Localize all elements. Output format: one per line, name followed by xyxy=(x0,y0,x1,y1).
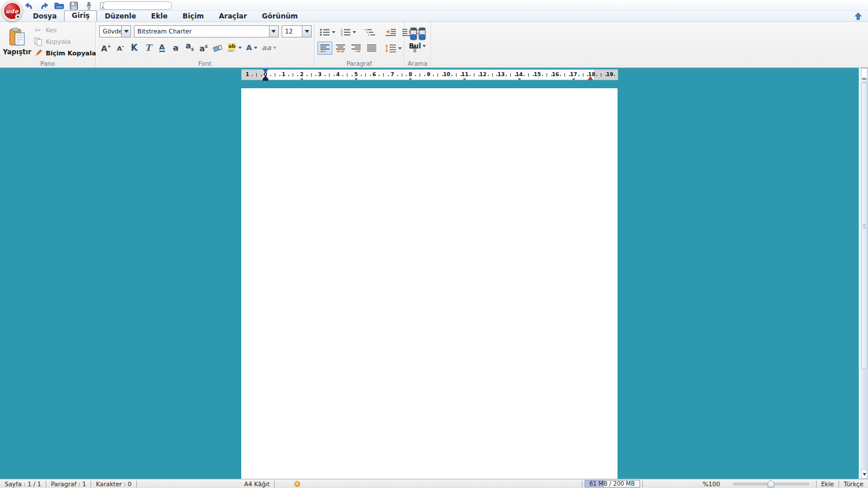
chevron-down-icon[interactable] xyxy=(353,31,356,33)
ruler-number: 14 xyxy=(515,72,523,77)
bullet-list-button[interactable] xyxy=(317,25,338,39)
line-spacing-button[interactable] xyxy=(383,42,404,55)
speech-button[interactable] xyxy=(83,1,95,10)
floppy-disk-icon xyxy=(70,2,78,10)
align-center-button[interactable] xyxy=(333,42,348,55)
chevron-down-icon[interactable] xyxy=(273,47,276,49)
status-paragraph-count[interactable]: Paragraf : 1 xyxy=(46,481,91,487)
shrink-font-button[interactable]: A- xyxy=(114,41,127,54)
change-case-button[interactable]: aa xyxy=(260,41,278,54)
bold-button[interactable]: K xyxy=(128,41,141,54)
ruler-pipe xyxy=(547,73,547,77)
ruler-toggle-button[interactable] xyxy=(861,68,867,81)
search-box xyxy=(103,1,172,10)
tab-dosya[interactable]: Dosya xyxy=(25,12,64,21)
microphone-icon xyxy=(86,2,92,10)
ruler-dot xyxy=(614,75,615,76)
collapse-ribbon-button[interactable] xyxy=(854,12,863,21)
cut-button[interactable]: ✂ Kes xyxy=(32,25,97,35)
chevron-down-icon[interactable] xyxy=(238,47,242,49)
ruler-pipe xyxy=(456,73,457,77)
font-size-combo[interactable]: 12 xyxy=(282,25,312,37)
tab-gorunum[interactable]: Görünüm xyxy=(255,12,305,21)
underline-button[interactable]: A xyxy=(156,41,169,54)
tab-duzenle[interactable]: Düzenle xyxy=(97,12,143,21)
app-logo-button[interactable]: ude xyxy=(2,1,23,21)
first-line-indent-marker[interactable] xyxy=(263,69,268,73)
ruler-toggle-icon xyxy=(862,77,867,80)
horizontal-ruler[interactable]: 1012345678910111213141516171819 xyxy=(241,69,618,80)
ruler-dot xyxy=(397,75,398,76)
font-family-value: Bitstream Charter xyxy=(134,26,269,37)
search-input[interactable] xyxy=(103,2,182,9)
language-indicator[interactable]: Türkçe xyxy=(839,481,868,487)
right-indent-marker[interactable] xyxy=(588,76,593,80)
font-color-button[interactable]: A xyxy=(245,41,259,54)
style-dropdown-button[interactable] xyxy=(121,26,130,37)
ribbon-group-arama: Bul Arama xyxy=(405,22,431,67)
justify-icon xyxy=(366,44,377,53)
highlight-button[interactable]: ab xyxy=(226,41,244,54)
document-page[interactable] xyxy=(241,88,618,479)
save-button[interactable] xyxy=(68,1,80,10)
separator xyxy=(136,481,137,487)
status-character-count[interactable]: Karakter : 0 xyxy=(91,481,136,487)
left-indent-marker[interactable] xyxy=(263,76,268,81)
clear-formatting-button[interactable] xyxy=(211,41,225,54)
redo-button[interactable] xyxy=(38,1,50,10)
decrease-indent-button[interactable] xyxy=(383,25,399,39)
align-left-button[interactable] xyxy=(317,42,332,55)
format-painter-button[interactable]: Biçim Kopyala xyxy=(32,48,97,58)
font-family-combo[interactable]: Bitstream Charter xyxy=(134,25,279,37)
zoom-percent-label[interactable]: %100 xyxy=(698,481,725,487)
find-label: Bul xyxy=(409,42,421,50)
clipboard-paste-icon xyxy=(9,28,25,46)
zoom-slider[interactable] xyxy=(733,480,809,487)
find-button[interactable]: Bul xyxy=(407,24,428,52)
ribbon: Yapıştır ✂ Kes Kopyala Biçim Ko xyxy=(0,22,868,68)
status-paper-size[interactable]: A4 Kâğıt xyxy=(240,481,274,487)
scroll-down-button[interactable] xyxy=(861,470,867,479)
ruler-dot xyxy=(361,75,362,76)
status-page-count[interactable]: Sayfa : 1 / 1 xyxy=(0,481,46,487)
ruler-dot xyxy=(596,75,597,76)
paste-button[interactable]: Yapıştır xyxy=(2,24,32,59)
tab-ekle[interactable]: Ekle xyxy=(144,12,175,21)
app-logo-text: ude xyxy=(6,8,19,14)
copy-label: Kopyala xyxy=(46,38,70,46)
multilevel-list-button[interactable] xyxy=(362,25,377,39)
font-family-dropdown-button[interactable] xyxy=(269,26,278,37)
scrollbar-thumb[interactable] xyxy=(861,82,867,369)
chevron-down-icon[interactable] xyxy=(332,31,335,33)
italic-button[interactable]: T xyxy=(142,41,155,54)
tab-araclar[interactable]: Araçlar xyxy=(211,12,255,21)
chevron-down-icon[interactable] xyxy=(254,47,257,49)
style-combo[interactable]: Gövde xyxy=(99,25,131,37)
bullet-list-icon xyxy=(320,28,330,36)
vertical-scrollbar[interactable] xyxy=(859,68,868,479)
zoom-slider-handle[interactable] xyxy=(768,480,775,487)
status-indicator-icon xyxy=(294,481,300,487)
numbered-list-icon: 123 xyxy=(341,28,351,36)
font-size-dropdown-button[interactable] xyxy=(302,26,311,37)
superscript-button[interactable]: as xyxy=(197,41,210,54)
tab-bicim[interactable]: Biçim xyxy=(175,12,211,21)
ruler-pipe xyxy=(256,73,257,77)
subscript-button[interactable]: as xyxy=(184,41,196,54)
ruler-tab xyxy=(463,78,466,80)
copy-button[interactable]: Kopyala xyxy=(32,36,97,47)
chevron-down-icon[interactable] xyxy=(398,47,402,50)
tab-giris[interactable]: Giriş xyxy=(64,10,97,21)
numbered-list-button[interactable]: 123 xyxy=(338,25,358,39)
ruler-tab xyxy=(573,78,575,80)
svg-text:3: 3 xyxy=(341,33,343,36)
ruler-dot xyxy=(261,75,262,76)
justify-button[interactable] xyxy=(364,42,379,55)
ruler-pipe xyxy=(564,73,565,77)
undo-button[interactable] xyxy=(23,1,35,10)
strikethrough-button[interactable]: a xyxy=(170,41,182,54)
open-button[interactable] xyxy=(53,1,65,10)
insert-mode-toggle[interactable]: Ekle xyxy=(817,481,839,487)
align-right-button[interactable] xyxy=(349,42,364,55)
grow-font-button[interactable]: A+ xyxy=(99,41,113,54)
